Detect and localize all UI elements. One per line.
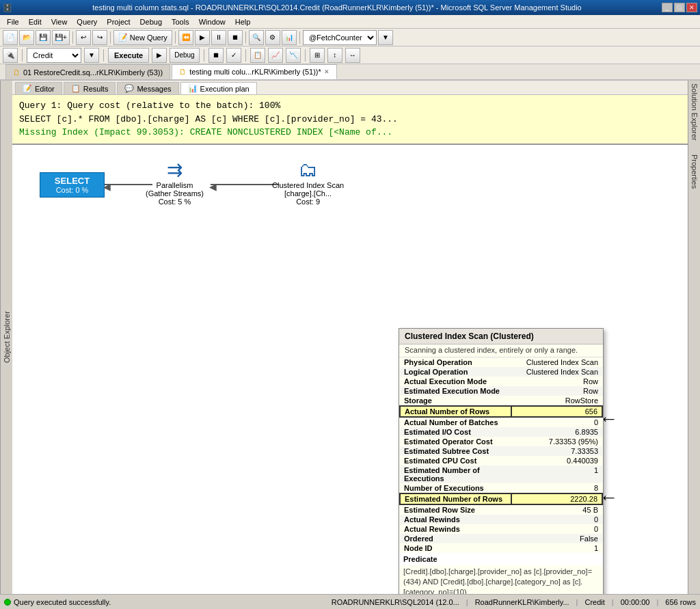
redo-btn[interactable]: ↪ [92, 30, 107, 45]
status-sep3: | [612, 598, 614, 606]
tb-misc-3[interactable]: ↔ [345, 48, 360, 63]
tb-btn-2[interactable]: ▶ [195, 30, 210, 45]
status-server: ROADRUNNERKLR\SQL2014 (12.0... [332, 598, 459, 606]
parse-btn[interactable]: ✓ [226, 48, 241, 63]
tooltip-value: 1 [511, 465, 602, 483]
separator3 [175, 31, 176, 44]
status-rows: 656 rows [665, 598, 696, 606]
tab-close-button[interactable]: ✕ [324, 68, 329, 75]
clustered-index-sublabel: [charge].[Ch... [272, 189, 344, 198]
tab-label-1: 01 RestoreCredit.sq...rKLR\Kimberly (53)… [23, 68, 163, 77]
tooltip-label: Estimated Operator Cost [400, 437, 511, 446]
new-query-button[interactable]: 📝 New Query [113, 30, 172, 45]
menu-query[interactable]: Query [72, 16, 101, 27]
menu-file[interactable]: File [3, 16, 23, 27]
tooltip-value: 0.440039 [511, 456, 602, 465]
tb-btn-3[interactable]: ⏸ [211, 30, 226, 45]
tb-btn-1[interactable]: ⏪ [178, 30, 193, 45]
results-to-btn[interactable]: 📋 [250, 48, 265, 63]
tooltip-value: 7.33353 [511, 446, 602, 456]
tooltip-value: Row [511, 386, 602, 396]
tb-btn-4[interactable]: ⏹ [228, 30, 243, 45]
tooltip-label: Estimated Number of Rows [400, 493, 511, 504]
tb-btn-6[interactable]: ⚙ [265, 30, 280, 45]
tooltip-value: 8 [511, 483, 602, 493]
database-dropdown[interactable]: Credit [27, 48, 81, 63]
arrow-2-head: ◀ [209, 181, 217, 192]
save-all-btn[interactable]: 💾+ [52, 30, 70, 45]
save-btn[interactable]: 💾 [36, 30, 51, 45]
sub-tab-execution-plan[interactable]: 📊 Execution plan [180, 82, 257, 94]
menu-tools[interactable]: Tools [167, 16, 193, 27]
tooltip-label: Logical Operation [400, 367, 511, 377]
status-user: RoadRunnerKLR\Kimberly... [475, 598, 569, 606]
minimize-button[interactable]: _ [662, 3, 673, 12]
right-sidebar[interactable]: Solution Explorer Properties [688, 81, 700, 594]
plan-diagram: SELECT Cost: 0 % ◀ ⇉ Parallelism (Gather… [19, 152, 681, 588]
maximize-button[interactable]: □ [674, 3, 685, 12]
tooltip-value: Row [511, 377, 602, 386]
select-node[interactable]: SELECT Cost: 0 % [40, 172, 105, 198]
db-dropdown-arrow[interactable]: ▼ [84, 48, 99, 63]
object-explorer-sidebar[interactable]: Object Explorer [0, 81, 12, 594]
dropdown-arrow[interactable]: ▼ [378, 30, 393, 45]
tab-restore-credit[interactable]: 🗋 01 RestoreCredit.sq...rKLR\Kimberly (5… [5, 64, 170, 79]
open-btn[interactable]: 📂 [19, 30, 34, 45]
solution-explorer-label: Solution Explorer [690, 83, 699, 141]
tooltip-value: 0 [511, 417, 602, 427]
close-button[interactable]: ✕ [686, 3, 697, 12]
status-sep2: | [576, 598, 578, 606]
sub-tab-editor-label: Editor [35, 85, 55, 93]
tb-misc-1[interactable]: ⊞ [310, 48, 325, 63]
separator4 [245, 31, 246, 44]
sub-tab-results[interactable]: 📋 Results [64, 82, 116, 94]
tooltip-label: Estimated Execution Mode [400, 386, 511, 396]
parallelism-sublabel: (Gather Streams) [146, 189, 204, 198]
tb-btn-5[interactable]: 🔍 [249, 30, 264, 45]
app-icon: 🗄️ [3, 3, 12, 12]
sub-tab-messages-label: Messages [137, 85, 171, 93]
sub-tab-editor[interactable]: 📝 Editor [15, 82, 62, 94]
tab-bar: 🗋 01 RestoreCredit.sq...rKLR\Kimberly (5… [0, 64, 700, 81]
select-node-label: SELECT [43, 176, 101, 186]
connect-btn[interactable]: 🔌 [3, 48, 18, 63]
tooltip-value: 0 [511, 524, 602, 534]
menu-bar: File Edit View Query Project Debug Tools… [0, 15, 700, 29]
parallelism-node[interactable]: ⇉ Parallelism (Gather Streams) Cost: 5 % [146, 159, 204, 206]
success-indicator [4, 599, 11, 606]
show-plan-btn[interactable]: 📈 [268, 48, 283, 63]
results-icon: 📋 [71, 84, 81, 93]
execute-arrow[interactable]: ▶ [152, 48, 167, 63]
fetch-counter-dropdown[interactable]: @FetchCounter [303, 30, 377, 45]
menu-edit[interactable]: Edit [25, 16, 46, 27]
sub-tab-messages[interactable]: 💬 Messages [117, 82, 178, 94]
actual-plan-btn[interactable]: 📉 [286, 48, 301, 63]
clustered-index-node[interactable]: 🗂 Clustered Index Scan [charge].[Ch... C… [272, 159, 344, 206]
messages-icon: 💬 [124, 84, 134, 93]
menu-view[interactable]: View [47, 16, 72, 27]
menu-window[interactable]: Window [195, 16, 230, 27]
separator5 [299, 31, 300, 44]
tooltip-label: Ordered [400, 534, 511, 543]
new-file-btn[interactable]: 📄 [3, 30, 18, 45]
undo-btn[interactable]: ↩ [76, 30, 91, 45]
tooltip-value: 7.33353 (95%) [511, 437, 602, 446]
clustered-index-cost: Cost: 9 [272, 198, 344, 206]
window-controls[interactable]: _ □ ✕ [662, 3, 697, 12]
tooltip-label: Node ID [400, 543, 511, 553]
menu-debug[interactable]: Debug [136, 16, 166, 27]
menu-project[interactable]: Project [103, 16, 134, 27]
tb-misc-2[interactable]: ↕ [327, 48, 342, 63]
tab-testing-multi[interactable]: 🗋 testing multi colu...rKLR\Kimberly (51… [172, 64, 337, 79]
object-explorer-label: Object Explorer [3, 312, 11, 364]
execute-button[interactable]: Execute [108, 48, 149, 63]
stop-btn[interactable]: ⏹ [208, 48, 224, 63]
query-line2: SELECT [c].* FROM [dbo].[charge] AS [c] … [19, 113, 681, 126]
select-node-cost: Cost: 0 % [43, 186, 101, 194]
tb-btn-7[interactable]: 📊 [282, 30, 297, 45]
sep6 [22, 49, 23, 62]
status-sep4: | [657, 598, 659, 606]
debug-btn[interactable]: Debug [170, 48, 199, 63]
menu-help[interactable]: Help [231, 16, 255, 27]
tab-icon-1: 🗋 [13, 68, 21, 77]
